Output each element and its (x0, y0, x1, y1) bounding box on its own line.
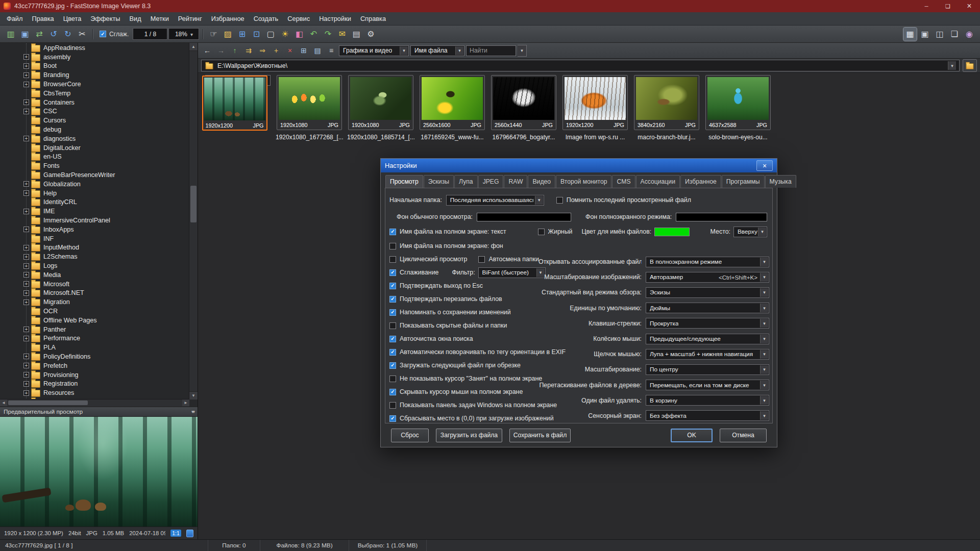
tree-horizontal-scrollbar[interactable]: ◄ ► (0, 399, 189, 407)
expand-icon[interactable] (23, 363, 29, 368)
tree-vertical-scrollbar[interactable]: ▲ ▼ (189, 43, 198, 399)
crop-icon[interactable]: ✂ (76, 28, 89, 41)
rotate-left-icon[interactable]: ↺ (47, 28, 60, 41)
zoom-ratio-badge[interactable]: 1:1 (170, 530, 181, 537)
filename-color-swatch[interactable] (654, 228, 690, 236)
expand-icon[interactable] (23, 136, 29, 141)
thumbnail[interactable]: 980x551 JPG 1920x1080_1685714_[... (348, 75, 413, 141)
detail-view-button[interactable]: ▤ (311, 44, 324, 57)
expand-icon[interactable] (23, 327, 29, 332)
redo-icon[interactable]: ↷ (321, 28, 334, 41)
expand-icon[interactable] (23, 372, 29, 378)
delete-button[interactable]: × (284, 44, 296, 57)
scroll-left-icon[interactable]: ◄ (0, 399, 7, 406)
image-icon[interactable] (186, 530, 193, 537)
expand-icon[interactable] (23, 336, 29, 341)
copy-to-folder-button[interactable]: ⇉ (242, 44, 255, 57)
tree-item[interactable]: Boot (23, 62, 189, 71)
thumbnail[interactable]: 2560x1440 JPG 1679664796_bogatyr... (491, 75, 556, 141)
thumbnail[interactable]: 3840x2160 JPG macro-branch-blur.j... (634, 75, 699, 141)
checkbox[interactable] (389, 362, 396, 369)
expand-icon[interactable] (23, 82, 29, 87)
tree-item[interactable]: Prefetch (23, 361, 189, 370)
filename-bg-checkbox[interactable] (389, 243, 396, 249)
scroll-down-icon[interactable]: ▼ (189, 391, 198, 399)
checkbox[interactable] (389, 402, 396, 409)
expand-icon[interactable] (23, 290, 29, 296)
bold-checkbox[interactable] (538, 229, 545, 235)
select-dropdown[interactable]: Эскизы (646, 287, 769, 298)
checkbox[interactable] (389, 296, 396, 303)
tree-item[interactable]: INF (23, 234, 189, 243)
bg-normal-swatch[interactable] (477, 213, 571, 221)
dialog-tab[interactable]: RAW (504, 175, 527, 188)
checkbox[interactable] (389, 283, 396, 289)
checkbox[interactable] (389, 349, 396, 356)
scroll-right-icon[interactable]: ► (182, 399, 189, 406)
tree-item[interactable]: CSC (23, 107, 189, 116)
menu-item[interactable]: Метки (146, 12, 174, 25)
filename-text-checkbox[interactable] (389, 229, 396, 235)
search-input[interactable] (466, 45, 516, 56)
expand-icon[interactable] (23, 281, 29, 287)
tree-item[interactable]: en-US (23, 153, 189, 162)
bg-fullscreen-swatch[interactable] (676, 213, 767, 221)
tree-item[interactable]: Help (23, 189, 189, 198)
expand-icon[interactable] (23, 272, 29, 278)
checkbox[interactable] (389, 309, 396, 316)
minimize-button[interactable] (916, 0, 937, 12)
filter-select[interactable]: BiFant (быстрее) (478, 267, 546, 278)
dialog-tab[interactable]: Музыка (765, 175, 796, 188)
menu-item[interactable]: Создать (249, 12, 283, 25)
autofolder-checkbox[interactable] (478, 256, 485, 263)
cancel-button[interactable]: Отмена (720, 429, 767, 442)
collapse-preview-icon[interactable] (191, 409, 194, 414)
tree-item[interactable]: AppReadiness (23, 43, 189, 53)
expand-icon[interactable] (23, 254, 29, 260)
dialog-tab[interactable]: JPEG (478, 175, 504, 188)
tree-item[interactable]: Panther (23, 325, 189, 334)
remember-last-checkbox[interactable] (556, 197, 563, 204)
email-icon[interactable]: ✉ (335, 28, 349, 41)
tree-item[interactable]: DigitalLocker (23, 143, 189, 153)
select-dropdown[interactable]: Дюймы (646, 303, 769, 313)
expand-icon[interactable] (23, 63, 29, 69)
select-dropdown[interactable]: Прокрутка (646, 318, 769, 329)
thumbnail[interactable]: 2560x1600 JPG 1671659245_www-fu... (420, 75, 485, 141)
place-select[interactable]: Вверху (733, 227, 767, 237)
file-filter-select[interactable]: Графика и видео (339, 45, 409, 56)
checkbox[interactable] (389, 389, 396, 395)
thumbnail[interactable]: 4637x2588 JPG solo-brown-eyes-ou... (705, 75, 771, 141)
adjust-lighting-icon[interactable]: ☀ (278, 28, 291, 41)
expand-icon[interactable] (23, 99, 29, 105)
expand-icon[interactable] (23, 72, 29, 78)
tree-item[interactable]: Fonts (23, 161, 189, 170)
start-folder-select[interactable]: Последняя использовавшаяся (446, 195, 544, 206)
tree-item[interactable]: InboxApps (23, 225, 189, 234)
expand-icon[interactable] (23, 209, 29, 214)
ok-button[interactable]: OK (671, 429, 713, 442)
tree-item[interactable]: L2Schemas (23, 252, 189, 261)
dialog-tab[interactable]: Ассоциации (636, 175, 680, 188)
menu-item[interactable]: Справка (356, 12, 390, 25)
browser-layout-icon[interactable]: ▦ (903, 28, 917, 41)
tree-item[interactable]: Resources (23, 388, 189, 397)
tree-item[interactable]: Media (23, 270, 189, 280)
colors-icon[interactable]: ◧ (292, 28, 306, 41)
menu-item[interactable]: Сервис (283, 12, 314, 25)
tree-item[interactable]: GameBarPresenceWriter (23, 170, 189, 180)
dialog-tab[interactable]: Избранное (680, 175, 721, 188)
tree-item[interactable]: PolicyDefinitions (23, 352, 189, 361)
export-icon[interactable]: ⇄ (33, 28, 46, 41)
print-icon[interactable]: ▤ (350, 28, 363, 41)
tree-item[interactable]: BrowserCore (23, 80, 189, 89)
dialog-close-button[interactable] (756, 160, 773, 171)
tree-item[interactable]: Cursors (23, 116, 189, 125)
tree-item[interactable]: Performance (23, 334, 189, 343)
expand-icon[interactable] (23, 381, 29, 387)
tree-item[interactable]: debug (23, 125, 189, 134)
menu-item[interactable]: Эффекты (86, 12, 125, 25)
zoom-select[interactable]: 18% (168, 28, 199, 40)
tree-item[interactable]: Microsoft.NET (23, 289, 189, 298)
smoothing-option-checkbox[interactable] (389, 269, 396, 276)
